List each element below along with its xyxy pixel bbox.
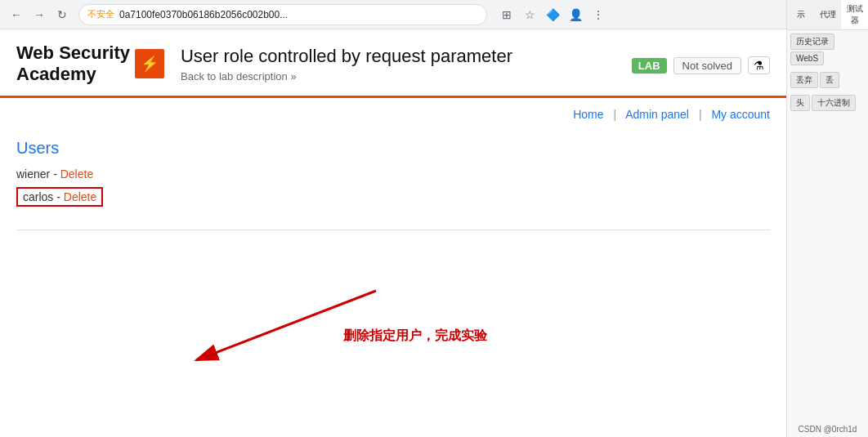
- not-solved-badge: Not solved: [673, 57, 741, 74]
- right-panel: 示 代理 测试器 历史记录 WebS 丢弃 丢 头 十六进制 CSDN @0rc…: [786, 0, 868, 437]
- carlos-row-box: carlos - Delete: [16, 187, 103, 207]
- translate-icon[interactable]: ⊞: [497, 5, 517, 25]
- separator-2: |: [699, 108, 702, 121]
- browser-toolbar: ← → ↻ 不安全 0a7100fe0370b06186b2056c002b00…: [0, 0, 868, 29]
- logo-icon: ⚡: [135, 49, 164, 78]
- divider: [16, 230, 770, 230]
- menu-icon[interactable]: ⋮: [588, 5, 608, 25]
- page-nav: Home | Admin panel | My account: [0, 98, 786, 131]
- header-btn[interactable]: 头: [790, 95, 810, 111]
- svg-line-1: [196, 291, 376, 360]
- panel-tab-test[interactable]: 测试器: [841, 0, 868, 29]
- admin-panel-link[interactable]: Admin panel: [625, 108, 689, 121]
- back-to-lab-link[interactable]: Back to lab description »: [181, 70, 297, 82]
- delete-wiener-link[interactable]: Delete: [60, 167, 93, 181]
- users-section: Users wiener - Delete carlos - Delete: [0, 131, 786, 221]
- discard-btn[interactable]: 丢弃: [790, 72, 818, 88]
- panel-tab-show[interactable]: 示: [787, 0, 814, 29]
- site-header: Web SecurityAcademy ⚡ User role controll…: [0, 29, 786, 98]
- annotation-text: 删除指定用户，完成实验: [343, 328, 487, 345]
- user-row-carlos: carlos - Delete: [16, 187, 770, 207]
- main-content: Web SecurityAcademy ⚡ User role controll…: [0, 29, 786, 437]
- webs-btn[interactable]: WebS: [790, 51, 824, 65]
- right-panel-tabs: 示 代理 测试器: [787, 0, 868, 30]
- bookmark-icon[interactable]: ☆: [520, 5, 539, 25]
- back-button[interactable]: ←: [7, 5, 26, 25]
- logo-text: Web SecurityAcademy: [16, 42, 130, 86]
- lab-title: User role controlled by request paramete…: [181, 46, 512, 67]
- user-row-wiener: wiener - Delete: [16, 167, 770, 181]
- panel-section-2: 丢弃 丢: [787, 69, 868, 91]
- user1-separator: -: [53, 167, 60, 181]
- refresh-button[interactable]: ↻: [52, 5, 72, 25]
- lab-status: LAB Not solved ⚗: [632, 56, 770, 74]
- users-title: Users: [16, 139, 770, 158]
- forward-button[interactable]: →: [29, 5, 49, 25]
- user-name-carlos: carlos: [23, 190, 53, 203]
- panel-section-1: 历史记录 WebS: [787, 30, 868, 69]
- account-icon[interactable]: 👤: [566, 5, 585, 25]
- logo-area: Web SecurityAcademy ⚡: [16, 42, 164, 86]
- panel-footer: CSDN @0rch1d: [787, 421, 868, 437]
- lab-badge: LAB: [632, 58, 667, 74]
- browser-icons: ⊞ ☆ 🔷 👤 ⋮: [497, 5, 608, 25]
- security-warning: 不安全: [87, 8, 114, 20]
- header-right: User role controlled by request paramete…: [181, 46, 632, 82]
- extensions-icon[interactable]: 🔷: [543, 5, 562, 25]
- nav-buttons: ← → ↻: [7, 5, 72, 25]
- discard2-btn[interactable]: 丢: [820, 72, 839, 88]
- flask-icon[interactable]: ⚗: [748, 56, 770, 74]
- user-name-wiener: wiener: [16, 167, 50, 181]
- user2-separator: -: [56, 190, 64, 203]
- history-btn[interactable]: 历史记录: [790, 33, 834, 50]
- hex-btn[interactable]: 十六进制: [812, 95, 856, 111]
- panel-section-3: 头 十六进制: [787, 91, 868, 114]
- address-bar[interactable]: 不安全 0a7100fe0370b06186b2056c002b00...: [78, 4, 487, 25]
- home-link[interactable]: Home: [573, 108, 603, 121]
- panel-tab-proxy[interactable]: 代理: [814, 0, 841, 29]
- delete-carlos-link[interactable]: Delete: [64, 190, 96, 203]
- url-text: 0a7100fe0370b06186b2056c002b00...: [119, 9, 288, 20]
- separator-1: |: [613, 108, 616, 121]
- my-account-link[interactable]: My account: [711, 108, 770, 121]
